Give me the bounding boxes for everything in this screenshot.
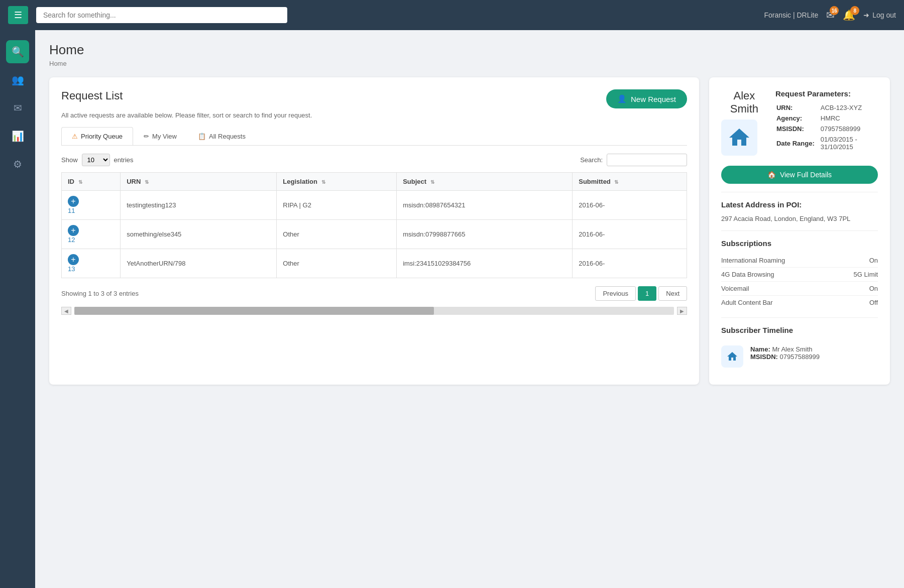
- next-button[interactable]: Next: [658, 286, 687, 301]
- right-panel: Alex Smith Request Parameters: URN:: [709, 77, 890, 385]
- col-submitted[interactable]: Submitted ⇅: [573, 173, 687, 191]
- sort-icon-id: ⇅: [78, 179, 82, 185]
- priority-queue-label: Priority Queue: [81, 133, 123, 140]
- cell-subject: msisdn:08987654321: [397, 191, 573, 220]
- menu-button[interactable]: ☰: [8, 6, 28, 24]
- new-request-label: New Request: [631, 95, 676, 103]
- date-range-label: Date Range:: [776, 136, 820, 153]
- home-icon-small: 🏠: [767, 171, 776, 179]
- scroll-right-arrow[interactable]: ▶: [677, 307, 687, 315]
- table-row: + 13 YetAnotherURN/798 Other imsi:234151…: [62, 249, 687, 278]
- table-header: ID ⇅ URN ⇅ Legislation ⇅ Subject ⇅: [62, 173, 687, 191]
- search-input[interactable]: [607, 154, 687, 166]
- timeline-home-icon: [721, 345, 743, 368]
- cell-urn: something/else345: [121, 220, 277, 249]
- logout-arrow-icon: ➜: [863, 11, 869, 19]
- view-full-details-button[interactable]: 🏠 View Full Details: [721, 166, 878, 184]
- page-1-button[interactable]: 1: [638, 286, 656, 301]
- date-range-value: 01/03/2015 - 31/10/2015: [821, 136, 877, 153]
- pagination-row: Showing 1 to 3 of 3 entries Previous 1 N…: [61, 286, 687, 301]
- row-id-link[interactable]: 13: [68, 265, 75, 273]
- logout-button[interactable]: ➜ Log out: [863, 11, 896, 19]
- sidebar-item-users[interactable]: 👥: [6, 68, 29, 91]
- content-area: Request List 👤 New Request All active re…: [49, 77, 890, 385]
- tab-my-view[interactable]: ✏ My View: [133, 127, 187, 145]
- app-body: 🔍 👥 ✉ 📊 ⚙ Home Home Request List 👤 New R…: [0, 30, 904, 588]
- col-subject[interactable]: Subject ⇅: [397, 173, 573, 191]
- cell-subject: imsi:234151029384756: [397, 249, 573, 278]
- row-expand-button[interactable]: +: [68, 196, 79, 207]
- scrollbar-track[interactable]: [74, 307, 674, 315]
- latest-address-title: Latest Address in POI:: [721, 200, 878, 209]
- row-expand-button[interactable]: +: [68, 254, 79, 265]
- tab-priority-queue[interactable]: ⚠ Priority Queue: [61, 127, 133, 145]
- subscriber-timeline-title: Subscriber Timeline: [721, 326, 878, 334]
- subscription-row: Adult Content Bar Off: [721, 296, 878, 309]
- page-title: Home: [49, 42, 890, 58]
- row-id-link[interactable]: 11: [68, 207, 75, 214]
- panel-subtitle: All active requests are available below.…: [61, 111, 687, 119]
- person-icon: 👤: [617, 94, 627, 103]
- sidebar-item-settings[interactable]: ⚙: [6, 153, 29, 176]
- subscriptions-title: Subscriptions: [721, 239, 878, 248]
- sort-icon-submitted: ⇅: [614, 179, 618, 185]
- navbar: ☰ Foransic | DRLite ✉ 16 🔔 8 ➜ Log out: [0, 0, 904, 30]
- navbar-right: Foransic | DRLite ✉ 16 🔔 8 ➜ Log out: [764, 9, 896, 21]
- cell-legislation: Other: [277, 249, 397, 278]
- my-view-label: My View: [152, 133, 177, 140]
- urn-value: ACB-123-XYZ: [821, 104, 877, 113]
- cell-urn: testingtesting123: [121, 191, 277, 220]
- cell-expand: + 13: [62, 249, 121, 278]
- list-icon: 📋: [198, 133, 206, 140]
- tabs: ⚠ Priority Queue ✏ My View 📋 All Request…: [61, 127, 687, 146]
- scroll-left-arrow[interactable]: ◀: [61, 307, 71, 315]
- cell-legislation: RIPA | G2: [277, 191, 397, 220]
- new-request-button[interactable]: 👤 New Request: [606, 89, 687, 108]
- previous-button[interactable]: Previous: [595, 286, 636, 301]
- brand-label: Foransic | DRLite: [764, 11, 818, 19]
- subscription-status: On: [869, 257, 878, 264]
- subscription-label: Adult Content Bar: [721, 299, 773, 306]
- col-urn[interactable]: URN ⇅: [121, 173, 277, 191]
- bell-badge: 8: [850, 6, 859, 15]
- sidebar-item-mail[interactable]: ✉: [6, 96, 29, 120]
- cell-subject: msisdn:07998877665: [397, 220, 573, 249]
- tab-all-requests[interactable]: 📋 All Requests: [187, 127, 256, 145]
- row-expand-button[interactable]: +: [68, 225, 79, 236]
- all-requests-label: All Requests: [209, 133, 246, 140]
- agency-label: Agency:: [776, 114, 820, 124]
- col-legislation[interactable]: Legislation ⇅: [277, 173, 397, 191]
- timeline-name-value: Mr Alex Smith: [772, 345, 812, 353]
- view-full-details-label: View Full Details: [780, 171, 832, 179]
- cell-submitted: 2016-06-: [573, 249, 687, 278]
- timeline-name-label: Name:: [750, 345, 770, 353]
- divider-3: [721, 317, 878, 318]
- subject-header: Alex Smith Request Parameters: URN:: [721, 89, 878, 156]
- subscription-label: International Roaming: [721, 257, 785, 264]
- row-id-link[interactable]: 12: [68, 236, 75, 244]
- pagination-buttons: Previous 1 Next: [595, 286, 687, 301]
- subscription-status: 5G Limit: [854, 271, 878, 278]
- search-input[interactable]: [36, 7, 287, 23]
- divider-1: [721, 192, 878, 192]
- request-params-title: Request Parameters:: [775, 89, 878, 98]
- request-list-title: Request List: [61, 89, 123, 102]
- table-controls: Show 10 25 50 100 entries Search:: [61, 154, 687, 166]
- table-row: + 12 something/else345 Other msisdn:0799…: [62, 220, 687, 249]
- cell-submitted: 2016-06-: [573, 191, 687, 220]
- cell-submitted: 2016-06-: [573, 220, 687, 249]
- subscription-status: Off: [869, 299, 878, 306]
- sort-icon-subject: ⇅: [430, 179, 434, 185]
- col-id[interactable]: ID ⇅: [62, 173, 121, 191]
- table-body: + 11 testingtesting123 RIPA | G2 msisdn:…: [62, 191, 687, 278]
- search-box: Search:: [580, 154, 687, 166]
- mail-button[interactable]: ✉ 16: [826, 9, 835, 21]
- agency-value: HMRC: [821, 114, 877, 124]
- entries-select[interactable]: 10 25 50 100: [82, 154, 110, 166]
- subscription-label: 4G Data Browsing: [721, 271, 774, 278]
- sort-icon-legislation: ⇅: [321, 179, 325, 185]
- bell-button[interactable]: 🔔 8: [843, 9, 855, 21]
- entries-label: entries: [114, 156, 134, 164]
- sidebar-item-chart[interactable]: 📊: [6, 125, 29, 148]
- sidebar-item-fingerprint[interactable]: 🔍: [6, 40, 29, 63]
